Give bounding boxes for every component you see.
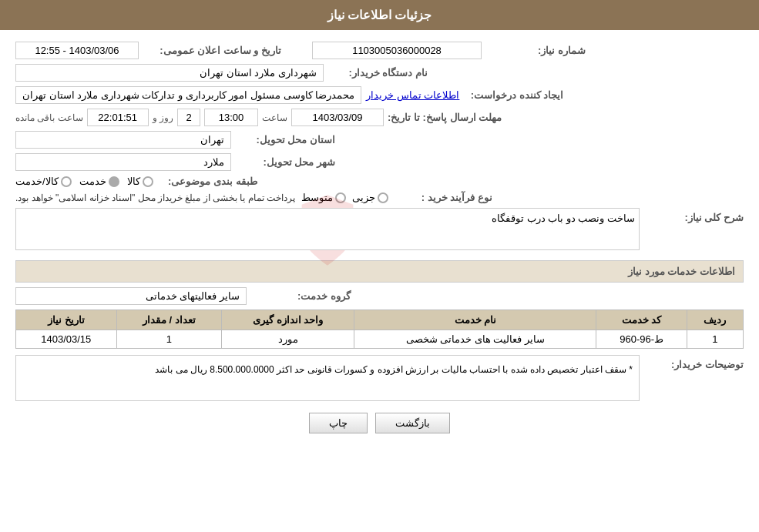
countdown-label: ساعت باقی مانده: [15, 112, 83, 123]
row-noefar: نوع فرآیند خرید : جزیی متوسط پرداخت تمام…: [15, 192, 744, 203]
noefar-container: جزیی متوسط پرداخت تمام یا بخشی از مبلغ خ…: [15, 192, 388, 203]
tarikh-aelan-value: 1403/03/06 - 12:55: [15, 42, 139, 59]
col-header-2: نام خدمت: [354, 310, 596, 330]
row-shomare-niaz: شماره نیاز: 1103005036000028 تاریخ و ساع…: [15, 42, 744, 59]
col-header-0: ردیف: [687, 310, 743, 330]
namdastgah-value: شهرداری ملارد استان تهران: [15, 64, 324, 82]
table-cell-0-4: 1: [116, 330, 222, 349]
radio-mottavassett-icon: [335, 192, 346, 203]
radio-mottavassett-label: متوسط: [301, 192, 333, 203]
ijad-link[interactable]: اطلاعات تماس خریدار: [366, 89, 459, 101]
radio-kalaKhedmat-label: کالا/خدمت: [15, 176, 59, 187]
row-namdastgah: نام دستگاه خریدار: شهرداری ملارد استان ت…: [15, 64, 744, 82]
noefar-label: نوع فرآیند خرید :: [392, 192, 492, 203]
mohlat-date-section: 1403/03/09 ساعت 13:00 2 روز و 22:01:51 س…: [15, 109, 384, 126]
shahr-value: ملارد: [15, 153, 231, 171]
radio-kala-label: کالا: [127, 176, 140, 187]
noefar-desc: پرداخت تمام یا بخشی از مبلغ خریداز محل "…: [15, 192, 295, 203]
tozihat-value: * سقف اعتبار تخصیص داده شده با احتساب ما…: [15, 355, 640, 401]
table-cell-0-1: ط-96-960: [596, 330, 687, 349]
row-ijadkonande: ایجاد کننده درخواست: اطلاعات تماس خریدار…: [15, 86, 744, 104]
radio-kalaKhedmat-icon: [61, 176, 72, 187]
shahr-label: شهر محل تحویل:: [235, 156, 335, 168]
sharh-label: شرح کلی نیاز:: [643, 212, 744, 223]
mohlat-saat: 13:00: [204, 109, 258, 126]
row-ostan: استان محل تحویل: تهران: [15, 131, 744, 149]
services-table: ردیفکد خدمتنام خدمتواحد اندازه گیریتعداد…: [15, 309, 744, 349]
services-section-header: اطلاعات خدمات مورد نیاز: [15, 260, 744, 283]
ijadkonande-container: اطلاعات تماس خریدار محمدرضا کاوسی مسئول …: [15, 86, 459, 104]
grouh-label: گروه خدمت:: [250, 290, 351, 302]
radio-jozii-icon: [378, 192, 388, 203]
radio-jozii-label: جزیی: [352, 192, 375, 203]
mohlat-roz-label: روز و: [153, 112, 173, 123]
btn-chap[interactable]: چاپ: [309, 413, 368, 433]
radio-kala-icon: [143, 176, 153, 187]
mohlat-saat-label: ساعت: [262, 112, 287, 123]
tozihat-container: * سقف اعتبار تخصیص داده شده با احتساب ما…: [15, 355, 640, 401]
sharh-textarea[interactable]: [15, 208, 640, 250]
radio-mottavassett: متوسط: [301, 192, 346, 203]
radio-kalaKhedmat: کالا/خدمت: [15, 176, 72, 187]
tabaqe-label: طبقه بندی موضوعی:: [157, 176, 257, 187]
col-header-5: تاریخ نیاز: [16, 310, 117, 330]
tabaqe-radio-group: کالا خدمت کالا/خدمت: [15, 176, 153, 187]
table-cell-0-3: مورد: [222, 330, 354, 349]
btn-bazgasht[interactable]: بازگشت: [375, 413, 450, 433]
button-row: بازگشت چاپ: [15, 413, 744, 433]
header-title: جزئیات اطلاعات نیاز: [327, 8, 432, 22]
shomare-niaz-label: شماره نیاز:: [485, 45, 586, 56]
row-grouh: گروه خدمت: سایر فعالیتهای خدماتی: [15, 287, 744, 305]
ijadkonande-value: محمدرضا کاوسی مسئول امور کاربرداری و تدا…: [15, 86, 361, 104]
radio-khedmat: خدمت: [79, 176, 119, 187]
row-tabaqe: طبقه بندی موضوعی: کالا خدمت کالا/خدمت: [15, 176, 744, 187]
row-sharh: شرح کلی نیاز:: [15, 208, 744, 253]
ostan-label: استان محل تحویل:: [235, 134, 335, 146]
radio-kala: کالا: [127, 176, 153, 187]
mohlat-label: مهلت ارسال پاسخ: تا تاریخ:: [388, 112, 502, 123]
col-header-4: تعداد / مقدار: [116, 310, 222, 330]
mohlat-date: 1403/03/09: [291, 109, 384, 126]
col-header-3: واحد اندازه گیری: [222, 310, 354, 330]
row-shahr: شهر محل تحویل: ملارد: [15, 153, 744, 171]
table-cell-0-5: 1403/03/15: [16, 330, 117, 349]
mohlat-roz: 2: [177, 109, 200, 126]
countdown-value: 22:01:51: [87, 109, 149, 126]
page-wrapper: جزئیات اطلاعات نیاز شماره نیاز: 11030050…: [0, 0, 759, 532]
ijadkonande-label: ایجاد کننده درخواست:: [463, 89, 563, 101]
tozihat-label: توضیحات خریدار:: [643, 359, 744, 370]
sharh-container: [15, 208, 640, 253]
row-tozihat: توضیحات خریدار: * سقف اعتبار تخصیص داده …: [15, 355, 744, 401]
shomare-niaz-value: 1103005036000028: [312, 42, 482, 59]
col-header-1: کد خدمت: [596, 310, 687, 330]
ostan-value: تهران: [15, 131, 231, 149]
radio-khedmat-label: خدمت: [79, 176, 106, 187]
tarikh-aelan-label: تاریخ و ساعت اعلان عمومی:: [143, 45, 281, 56]
radio-khedmat-icon: [109, 176, 119, 187]
row-mohlat: مهلت ارسال پاسخ: تا تاریخ: 1403/03/09 سا…: [15, 109, 744, 126]
namdastgah-label: نام دستگاه خریدار:: [327, 67, 428, 79]
radio-jozii: جزیی: [352, 192, 388, 203]
grouh-value: سایر فعالیتهای خدماتی: [15, 287, 247, 305]
page-header: جزئیات اطلاعات نیاز: [0, 0, 759, 30]
table-cell-0-0: 1: [687, 330, 743, 349]
table-row: 1ط-96-960سایر فعالیت های خدماتی شخصیمورد…: [16, 330, 744, 349]
table-cell-0-2: سایر فعالیت های خدماتی شخصی: [354, 330, 596, 349]
main-content: شماره نیاز: 1103005036000028 تاریخ و ساع…: [0, 38, 759, 437]
